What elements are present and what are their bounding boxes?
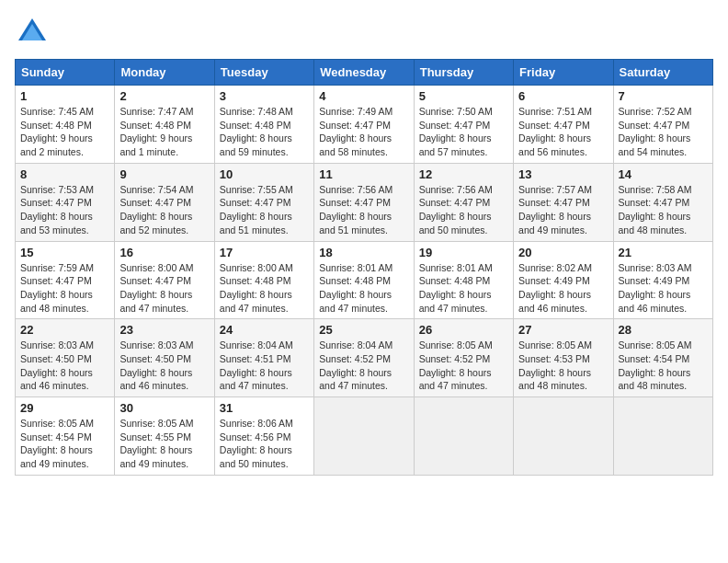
calendar-cell: 26 Sunrise: 8:05 AM Sunset: 4:52 PM Dayl… — [414, 319, 513, 397]
day-number: 22 — [20, 323, 109, 337]
calendar-cell: 11 Sunrise: 7:56 AM Sunset: 4:47 PM Dayl… — [314, 163, 414, 241]
calendar-cell: 24 Sunrise: 8:04 AM Sunset: 4:51 PM Dayl… — [214, 319, 313, 397]
col-header-saturday: Saturday — [613, 60, 712, 86]
calendar-cell: 14 Sunrise: 7:58 AM Sunset: 4:47 PM Dayl… — [613, 163, 712, 241]
day-info: Sunrise: 7:50 AM Sunset: 4:47 PM Dayligh… — [419, 106, 493, 157]
calendar-cell: 29 Sunrise: 8:05 AM Sunset: 4:54 PM Dayl… — [16, 397, 115, 476]
day-number: 9 — [119, 167, 209, 181]
day-number: 21 — [619, 246, 708, 259]
day-info: Sunrise: 7:56 AM Sunset: 4:47 PM Dayligh… — [319, 184, 392, 236]
day-number: 16 — [119, 246, 209, 259]
col-header-sunday: Sunday — [16, 60, 115, 86]
day-info: Sunrise: 7:49 AM Sunset: 4:47 PM Dayligh… — [319, 106, 392, 157]
calendar-cell: 25 Sunrise: 8:04 AM Sunset: 4:52 PM Dayl… — [314, 319, 414, 397]
day-number: 14 — [619, 167, 708, 181]
day-info: Sunrise: 7:57 AM Sunset: 4:47 PM Dayligh… — [518, 184, 592, 236]
calendar-cell: 3 Sunrise: 7:48 AM Sunset: 4:48 PM Dayli… — [214, 86, 313, 164]
day-info: Sunrise: 8:05 AM Sunset: 4:52 PM Dayligh… — [419, 339, 493, 391]
day-info: Sunrise: 8:01 AM Sunset: 4:48 PM Dayligh… — [419, 262, 493, 314]
day-number: 20 — [518, 246, 608, 259]
calendar-cell: 28 Sunrise: 8:05 AM Sunset: 4:54 PM Dayl… — [613, 319, 712, 397]
day-info: Sunrise: 8:03 AM Sunset: 4:50 PM Dayligh… — [20, 339, 94, 391]
day-info: Sunrise: 8:05 AM Sunset: 4:55 PM Dayligh… — [119, 418, 193, 469]
col-header-monday: Monday — [115, 60, 214, 86]
day-info: Sunrise: 8:02 AM Sunset: 4:49 PM Dayligh… — [518, 262, 592, 314]
day-number: 6 — [518, 89, 608, 103]
col-header-tuesday: Tuesday — [214, 60, 313, 86]
week-row-5: 29 Sunrise: 8:05 AM Sunset: 4:54 PM Dayl… — [16, 397, 713, 476]
day-info: Sunrise: 7:52 AM Sunset: 4:47 PM Dayligh… — [619, 106, 692, 157]
calendar-cell: 12 Sunrise: 7:56 AM Sunset: 4:47 PM Dayl… — [414, 163, 513, 241]
calendar-cell: 13 Sunrise: 7:57 AM Sunset: 4:47 PM Dayl… — [514, 163, 613, 241]
day-number: 25 — [319, 323, 408, 337]
day-number: 12 — [419, 167, 508, 181]
day-number: 2 — [119, 89, 209, 103]
calendar-cell: 4 Sunrise: 7:49 AM Sunset: 4:47 PM Dayli… — [314, 86, 414, 164]
day-number: 8 — [20, 167, 109, 181]
day-number: 10 — [220, 167, 309, 181]
calendar-cell: 8 Sunrise: 7:53 AM Sunset: 4:47 PM Dayli… — [16, 163, 115, 241]
week-row-2: 8 Sunrise: 7:53 AM Sunset: 4:47 PM Dayli… — [16, 163, 713, 241]
page-header — [15, 15, 713, 50]
day-info: Sunrise: 7:47 AM Sunset: 4:48 PM Dayligh… — [119, 106, 193, 157]
calendar-cell: 22 Sunrise: 8:03 AM Sunset: 4:50 PM Dayl… — [16, 319, 115, 397]
day-number: 23 — [119, 323, 209, 337]
day-number: 31 — [220, 401, 309, 415]
calendar-cell: 18 Sunrise: 8:01 AM Sunset: 4:48 PM Dayl… — [314, 241, 414, 319]
day-number: 1 — [20, 89, 109, 103]
calendar-cell: 9 Sunrise: 7:54 AM Sunset: 4:47 PM Dayli… — [115, 163, 214, 241]
calendar-cell — [613, 397, 712, 476]
day-info: Sunrise: 8:05 AM Sunset: 4:53 PM Dayligh… — [518, 339, 592, 391]
calendar-cell: 16 Sunrise: 8:00 AM Sunset: 4:47 PM Dayl… — [115, 241, 214, 319]
calendar-cell — [414, 397, 513, 476]
day-number: 7 — [619, 89, 708, 103]
week-row-4: 22 Sunrise: 8:03 AM Sunset: 4:50 PM Dayl… — [16, 319, 713, 397]
calendar-cell: 17 Sunrise: 8:00 AM Sunset: 4:48 PM Dayl… — [214, 241, 313, 319]
calendar-cell — [514, 397, 613, 476]
day-number: 17 — [220, 246, 309, 259]
day-info: Sunrise: 7:54 AM Sunset: 4:47 PM Dayligh… — [119, 184, 193, 236]
day-info: Sunrise: 7:56 AM Sunset: 4:47 PM Dayligh… — [419, 184, 493, 236]
day-number: 26 — [419, 323, 508, 337]
day-number: 3 — [220, 89, 309, 103]
day-number: 15 — [20, 246, 109, 259]
day-info: Sunrise: 7:48 AM Sunset: 4:48 PM Dayligh… — [220, 106, 293, 157]
calendar-cell: 19 Sunrise: 8:01 AM Sunset: 4:48 PM Dayl… — [414, 241, 513, 319]
day-info: Sunrise: 8:01 AM Sunset: 4:48 PM Dayligh… — [319, 262, 392, 314]
day-info: Sunrise: 8:05 AM Sunset: 4:54 PM Dayligh… — [619, 339, 692, 391]
day-info: Sunrise: 8:00 AM Sunset: 4:48 PM Dayligh… — [220, 262, 293, 314]
calendar-header-row: SundayMondayTuesdayWednesdayThursdayFrid… — [16, 60, 713, 86]
calendar-cell: 2 Sunrise: 7:47 AM Sunset: 4:48 PM Dayli… — [115, 86, 214, 164]
calendar-cell: 21 Sunrise: 8:03 AM Sunset: 4:49 PM Dayl… — [613, 241, 712, 319]
calendar-cell: 1 Sunrise: 7:45 AM Sunset: 4:48 PM Dayli… — [16, 86, 115, 164]
calendar-cell: 7 Sunrise: 7:52 AM Sunset: 4:47 PM Dayli… — [613, 86, 712, 164]
week-row-1: 1 Sunrise: 7:45 AM Sunset: 4:48 PM Dayli… — [16, 86, 713, 164]
calendar-cell: 10 Sunrise: 7:55 AM Sunset: 4:47 PM Dayl… — [214, 163, 313, 241]
col-header-wednesday: Wednesday — [314, 60, 414, 86]
day-info: Sunrise: 8:03 AM Sunset: 4:49 PM Dayligh… — [619, 262, 692, 314]
day-info: Sunrise: 7:53 AM Sunset: 4:47 PM Dayligh… — [20, 184, 94, 236]
calendar-cell — [314, 397, 414, 476]
day-number: 30 — [119, 401, 209, 415]
day-info: Sunrise: 7:55 AM Sunset: 4:47 PM Dayligh… — [220, 184, 293, 236]
day-number: 4 — [319, 89, 408, 103]
day-number: 29 — [20, 401, 109, 415]
day-number: 13 — [518, 167, 608, 181]
col-header-thursday: Thursday — [414, 60, 513, 86]
day-number: 18 — [319, 246, 408, 259]
day-info: Sunrise: 7:58 AM Sunset: 4:47 PM Dayligh… — [619, 184, 692, 236]
calendar-cell: 20 Sunrise: 8:02 AM Sunset: 4:49 PM Dayl… — [514, 241, 613, 319]
day-number: 11 — [319, 167, 408, 181]
calendar-cell: 23 Sunrise: 8:03 AM Sunset: 4:50 PM Dayl… — [115, 319, 214, 397]
logo — [15, 15, 53, 50]
day-number: 24 — [220, 323, 309, 337]
day-number: 27 — [518, 323, 608, 337]
calendar-cell: 27 Sunrise: 8:05 AM Sunset: 4:53 PM Dayl… — [514, 319, 613, 397]
calendar-cell: 30 Sunrise: 8:05 AM Sunset: 4:55 PM Dayl… — [115, 397, 214, 476]
day-info: Sunrise: 8:03 AM Sunset: 4:50 PM Dayligh… — [119, 339, 193, 391]
day-info: Sunrise: 8:05 AM Sunset: 4:54 PM Dayligh… — [20, 418, 94, 469]
calendar-cell: 31 Sunrise: 8:06 AM Sunset: 4:56 PM Dayl… — [214, 397, 313, 476]
calendar-cell: 5 Sunrise: 7:50 AM Sunset: 4:47 PM Dayli… — [414, 86, 513, 164]
logo-icon — [15, 15, 50, 50]
day-info: Sunrise: 8:06 AM Sunset: 4:56 PM Dayligh… — [220, 418, 293, 469]
